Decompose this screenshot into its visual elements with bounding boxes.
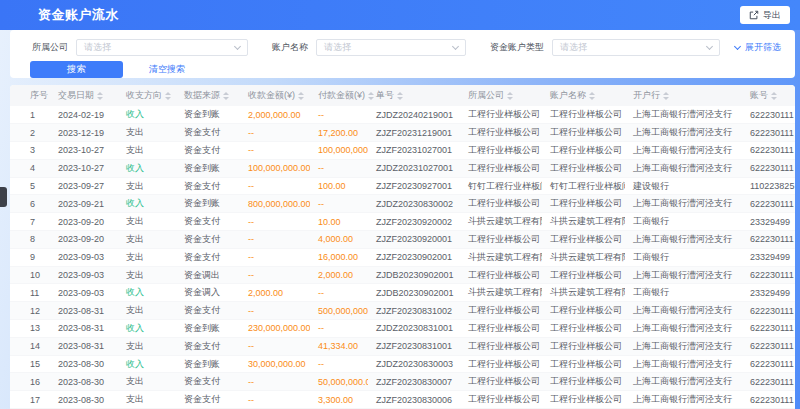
cell-account-no: 622230111 bbox=[742, 320, 795, 338]
cell-data-source: 资金到账 bbox=[176, 106, 240, 124]
cell-company: 斗拱云建筑工程有限公司 bbox=[460, 213, 542, 231]
filter-label-account-type: 资金账户类型 bbox=[490, 41, 544, 54]
cell-data-source: 资金到账 bbox=[176, 320, 240, 338]
cell-direction: 收入 bbox=[118, 284, 176, 302]
cell-direction: 收入 bbox=[118, 195, 176, 213]
cell-account-no: 622230111 bbox=[742, 355, 795, 373]
export-button[interactable]: 导出 bbox=[740, 6, 790, 24]
cell-direction: 支出 bbox=[118, 248, 176, 266]
cell-receive-amount: -- bbox=[240, 231, 310, 249]
cell-data-source: 资金调出 bbox=[176, 266, 240, 284]
cell-receive-amount: -- bbox=[240, 213, 310, 231]
sort-icon bbox=[771, 92, 777, 100]
cell-pay-amount: -- bbox=[310, 159, 368, 177]
cell-pay-amount: -- bbox=[310, 320, 368, 338]
filter-company-select[interactable]: 请选择 bbox=[76, 39, 248, 56]
col-pay-amount-header[interactable]: 付款金额(¥) bbox=[310, 85, 368, 106]
cell-pay-amount: 4,000.00 bbox=[310, 231, 368, 249]
col-direction-header[interactable]: 收支方向 bbox=[118, 85, 176, 106]
export-icon bbox=[749, 10, 759, 20]
col-data-source-header[interactable]: 数据来源 bbox=[176, 85, 240, 106]
cell-receive-amount: -- bbox=[240, 337, 310, 355]
cell-data-source: 资金到账 bbox=[176, 159, 240, 177]
cell-company: 工程行业样板公司 bbox=[460, 106, 542, 124]
cell-company: 工程行业样板公司 bbox=[460, 391, 542, 409]
sort-icon bbox=[97, 92, 103, 100]
cell-data-source: 资金支付 bbox=[176, 124, 240, 142]
cell-index: 17 bbox=[10, 391, 50, 409]
cell-receive-amount: -- bbox=[240, 177, 310, 195]
cell-pay-amount: -- bbox=[310, 195, 368, 213]
chevron-down-icon bbox=[706, 42, 713, 49]
col-company-header[interactable]: 所属公司 bbox=[460, 85, 542, 106]
search-button[interactable]: 搜索 bbox=[30, 61, 123, 78]
cell-index: 12 bbox=[10, 302, 50, 320]
col-account-name-header[interactable]: 账户名称 bbox=[542, 85, 625, 106]
cell-receive-amount: -- bbox=[240, 302, 310, 320]
cell-bank: 上海工商银行漕河泾支行 bbox=[625, 159, 742, 177]
cell-direction: 支出 bbox=[118, 231, 176, 249]
chevron-down-icon bbox=[734, 42, 741, 49]
filter-actions: 搜索 清空搜索 bbox=[10, 56, 795, 78]
cell-order-no: ZJZF20231027001 bbox=[368, 142, 460, 160]
filter-account-type-select[interactable]: 请选择 bbox=[552, 39, 720, 56]
table-row: 12024-02-19收入资金到账2,000,000.00--ZJDZ20240… bbox=[10, 106, 795, 124]
filter-field-account-name: 账户名称请选择 bbox=[272, 39, 466, 56]
cell-index: 15 bbox=[10, 355, 50, 373]
cell-data-source: 资金调入 bbox=[176, 284, 240, 302]
col-receive-amount-header[interactable]: 收款金额(¥) bbox=[240, 85, 310, 106]
cell-account-name: 工程行业样板公司 bbox=[542, 355, 625, 373]
cell-account-no: 23329499 bbox=[742, 284, 795, 302]
cell-receive-amount: 230,000,000.00 bbox=[240, 320, 310, 338]
col-bank-header[interactable]: 开户行 bbox=[625, 85, 742, 106]
cell-data-source: 资金支付 bbox=[176, 373, 240, 391]
cell-account-name: 工程行业样板公司 bbox=[542, 266, 625, 284]
cell-receive-amount: -- bbox=[240, 373, 310, 391]
table-row: 32023-10-27支出资金支付--100,000,000.00ZJZF202… bbox=[10, 142, 795, 160]
cell-data-source: 资金支付 bbox=[176, 248, 240, 266]
cell-index: 4 bbox=[10, 159, 50, 177]
cell-direction: 收入 bbox=[118, 355, 176, 373]
cell-pay-amount: 2,000.00 bbox=[310, 266, 368, 284]
cell-company: 斗拱云建筑工程有限公司 bbox=[460, 248, 542, 266]
cell-trade-date: 2023-08-31 bbox=[50, 302, 118, 320]
col-trade-date-header[interactable]: 交易日期 bbox=[50, 85, 118, 106]
cell-order-no: ZJZF20231219001 bbox=[368, 124, 460, 142]
cell-company: 工程行业样板公司 bbox=[460, 302, 542, 320]
cell-index: 14 bbox=[10, 337, 50, 355]
cell-account-no: 622230111 bbox=[742, 231, 795, 249]
cell-pay-amount: 17,200.00 bbox=[310, 124, 368, 142]
cell-receive-amount: 800,000,000.00 bbox=[240, 195, 310, 213]
clear-search-link[interactable]: 清空搜索 bbox=[149, 63, 185, 76]
cell-data-source: 资金到账 bbox=[176, 195, 240, 213]
col-order-no-header[interactable]: 单号 bbox=[368, 85, 460, 106]
cell-account-no: 622230111 bbox=[742, 266, 795, 284]
cell-order-no: ZJDZ20230830002 bbox=[368, 195, 460, 213]
cell-order-no: ZJZF20230830006 bbox=[368, 391, 460, 409]
cell-direction: 支出 bbox=[118, 142, 176, 160]
table-row: 162023-08-30支出资金支付--50,000,000.00ZJZF202… bbox=[10, 373, 795, 391]
col-account-no-header[interactable]: 账号 bbox=[742, 85, 795, 106]
cell-bank: 上海工商银行漕河泾支行 bbox=[625, 124, 742, 142]
cell-trade-date: 2023-08-30 bbox=[50, 355, 118, 373]
cell-direction: 支出 bbox=[118, 302, 176, 320]
cell-order-no: ZJZF20230927001 bbox=[368, 177, 460, 195]
cell-company: 工程行业样板公司 bbox=[460, 266, 542, 284]
filter-account-name-select[interactable]: 请选择 bbox=[316, 39, 466, 56]
cell-bank: 上海工商银行漕河泾支行 bbox=[625, 266, 742, 284]
cell-account-no: 622230111 bbox=[742, 142, 795, 160]
cell-direction: 收入 bbox=[118, 159, 176, 177]
cell-bank: 上海工商银行漕河泾支行 bbox=[625, 302, 742, 320]
cell-receive-amount: 30,000,000.00 bbox=[240, 355, 310, 373]
cell-order-no: ZJZF20230902001 bbox=[368, 248, 460, 266]
cell-order-no: ZJDZ20230831001 bbox=[368, 320, 460, 338]
expand-filters-link[interactable]: 展开筛选 bbox=[735, 41, 781, 54]
floating-drawer-handle[interactable] bbox=[0, 187, 7, 207]
filter-label-account-name: 账户名称 bbox=[272, 41, 308, 54]
cell-receive-amount: 2,000.00 bbox=[240, 284, 310, 302]
cell-direction: 支出 bbox=[118, 177, 176, 195]
cell-receive-amount: -- bbox=[240, 142, 310, 160]
flow-table: 序号交易日期收支方向数据来源收款金额(¥)付款金额(¥)单号所属公司账户名称开户… bbox=[10, 85, 795, 409]
cell-bank: 上海工商银行漕河泾支行 bbox=[625, 337, 742, 355]
cell-index: 16 bbox=[10, 373, 50, 391]
